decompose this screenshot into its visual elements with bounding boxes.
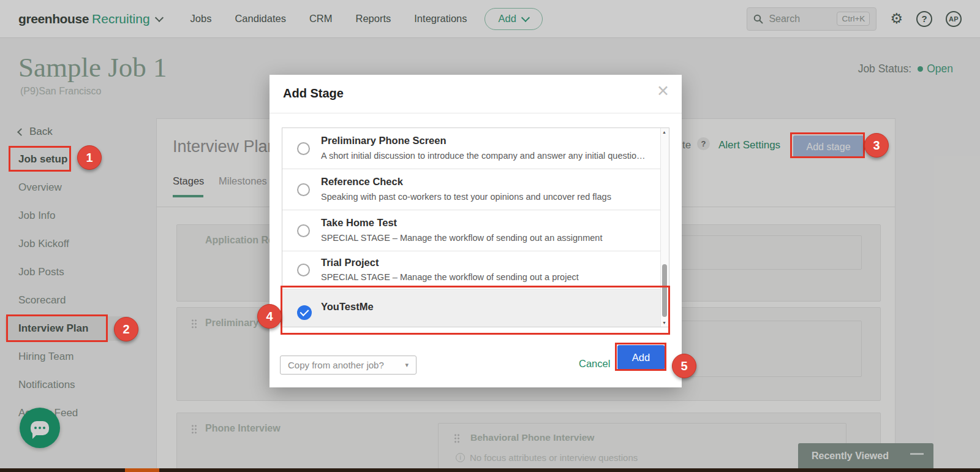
option-title: Preliminary Phone Screen bbox=[321, 135, 447, 147]
copy-from-job-placeholder: Copy from another job? bbox=[288, 360, 405, 370]
option-title: YouTestMe bbox=[321, 301, 374, 313]
option-description: SPECIAL STAGE – Manage the workflow of s… bbox=[321, 233, 652, 243]
option-youtestme-selected[interactable]: YouTestMe bbox=[282, 289, 669, 327]
option-description: A short initial discussion to introduce … bbox=[321, 151, 652, 161]
option-preliminary-phone-screen[interactable]: Preliminary Phone Screen A short initial… bbox=[282, 128, 669, 169]
caret-down-icon: ▾ bbox=[405, 361, 409, 369]
scroll-up-icon[interactable]: ▲ bbox=[662, 130, 666, 134]
modal-title: Add Stage bbox=[283, 86, 344, 101]
add-stage-modal: Add Stage ✕ Preliminary Phone Screen A s… bbox=[270, 75, 682, 387]
option-description: SPECIAL STAGE – Manage the workflow of s… bbox=[321, 272, 652, 282]
radio-icon[interactable] bbox=[297, 224, 310, 237]
bottom-edge-strip bbox=[0, 468, 980, 472]
divider bbox=[270, 113, 682, 113]
option-trial-project[interactable]: Trial Project SPECIAL STAGE – Manage the… bbox=[282, 251, 669, 289]
radio-icon[interactable] bbox=[297, 183, 310, 196]
option-reference-check[interactable]: Reference Check Speaking with past co-wo… bbox=[282, 169, 669, 210]
option-title: Reference Check bbox=[321, 176, 403, 188]
copy-from-job-select[interactable]: Copy from another job? ▾ bbox=[280, 356, 417, 375]
bottom-edge-accent bbox=[125, 468, 159, 472]
scrollbar[interactable]: ▲ ▼ bbox=[660, 128, 669, 327]
radio-checked-icon[interactable] bbox=[297, 305, 312, 320]
option-title: Take Home Test bbox=[321, 217, 397, 229]
option-title: Trial Project bbox=[321, 257, 379, 268]
option-take-home-test[interactable]: Take Home Test SPECIAL STAGE – Manage th… bbox=[282, 210, 669, 251]
stage-option-list: Preliminary Phone Screen A short initial… bbox=[282, 128, 669, 327]
option-description: Speaking with past co-workers to test yo… bbox=[321, 192, 652, 202]
scroll-down-icon[interactable]: ▼ bbox=[662, 321, 666, 325]
cancel-button[interactable]: Cancel bbox=[579, 358, 610, 370]
radio-icon[interactable] bbox=[297, 142, 310, 155]
scrollbar-thumb[interactable] bbox=[662, 264, 667, 317]
add-confirm-button[interactable]: Add bbox=[617, 345, 665, 370]
close-icon[interactable]: ✕ bbox=[657, 82, 669, 100]
radio-icon[interactable] bbox=[297, 264, 310, 276]
